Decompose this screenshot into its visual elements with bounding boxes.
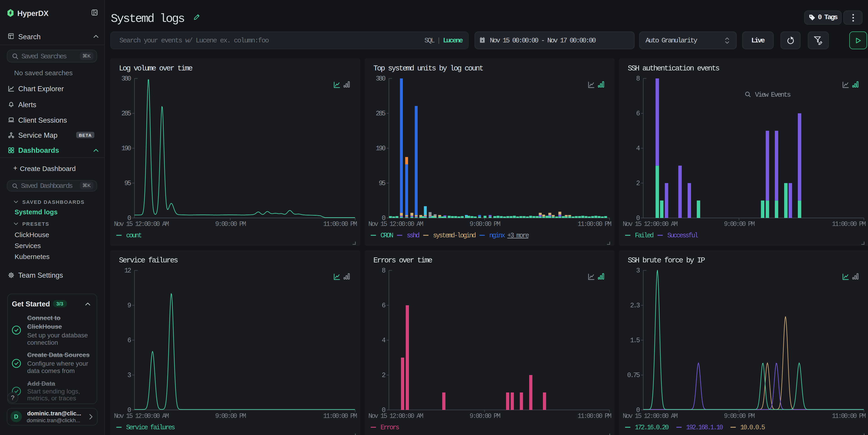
svg-text:192.168.1.10: 192.168.1.10	[686, 424, 723, 431]
svg-text:285: 285	[121, 110, 131, 117]
svg-text:Errors: Errors	[380, 424, 399, 431]
svg-text:1.5: 1.5	[630, 337, 640, 344]
svg-text:Nov 15 12:00:00 AM: Nov 15 12:00:00 AM	[114, 220, 169, 228]
svg-text:sshd: sshd	[407, 232, 419, 239]
svg-text:11:00:00 PM: 11:00:00 PM	[832, 412, 866, 420]
svg-text:Nov 15 12:00:00 AM: Nov 15 12:00:00 AM	[368, 220, 423, 228]
svg-text:9:00:00 PM: 9:00:00 PM	[470, 220, 500, 228]
svg-text:Nov 15 12:00:00 AM: Nov 15 12:00:00 AM	[114, 412, 169, 420]
svg-text:11:00:00 PM: 11:00:00 PM	[578, 220, 611, 228]
svg-text:8: 8	[382, 267, 385, 274]
svg-text:nginx: nginx	[489, 232, 505, 239]
svg-text:12: 12	[124, 267, 131, 274]
svg-text:9:00:00 PM: 9:00:00 PM	[724, 220, 755, 228]
svg-text:380: 380	[376, 75, 385, 83]
svg-text:6: 6	[636, 110, 640, 117]
svg-text:Nov 15 12:00:00 AM: Nov 15 12:00:00 AM	[623, 412, 677, 420]
svg-text:3: 3	[127, 371, 131, 379]
svg-text:6: 6	[127, 337, 131, 344]
svg-text:count: count	[126, 232, 142, 239]
svg-text:95: 95	[379, 180, 385, 187]
svg-text:11:00:00 PM: 11:00:00 PM	[832, 220, 866, 228]
svg-text:CRON: CRON	[380, 232, 393, 239]
svg-text:11:00:00 PM: 11:00:00 PM	[578, 412, 611, 420]
svg-text:9:00:00 PM: 9:00:00 PM	[470, 412, 500, 420]
svg-text:9: 9	[127, 302, 131, 309]
svg-text:0.75: 0.75	[627, 371, 640, 379]
svg-text:190: 190	[121, 145, 131, 152]
svg-text:4: 4	[382, 337, 385, 344]
svg-text:4: 4	[636, 145, 640, 152]
svg-text:9:00:00 PM: 9:00:00 PM	[724, 412, 755, 420]
svg-text:SSH authentication events: SSH authentication events	[628, 64, 719, 73]
svg-text:Nov 15 12:00:00 AM: Nov 15 12:00:00 AM	[623, 220, 677, 228]
svg-text:2: 2	[382, 371, 385, 379]
svg-text:2: 2	[636, 180, 640, 187]
svg-text:9:00:00 PM: 9:00:00 PM	[215, 412, 246, 420]
svg-text:285: 285	[376, 110, 385, 117]
svg-text:Service failures: Service failures	[119, 256, 178, 265]
svg-text:11:00:00 PM: 11:00:00 PM	[323, 220, 357, 228]
svg-text:Log volume over time: Log volume over time	[119, 64, 192, 73]
svg-text:172.16.0.20: 172.16.0.20	[635, 424, 669, 431]
svg-text:2.3: 2.3	[630, 302, 640, 309]
svg-text:6: 6	[382, 302, 385, 309]
svg-text:View Events: View Events	[755, 91, 790, 99]
svg-text:Errors over time: Errors over time	[373, 256, 432, 265]
svg-text:+3 more: +3 more	[507, 232, 529, 239]
svg-text:Top systemd units by log count: Top systemd units by log count	[373, 64, 483, 73]
svg-text:Service failures: Service failures	[126, 424, 175, 431]
svg-text:11:00:00 PM: 11:00:00 PM	[323, 412, 357, 420]
svg-text:9:00:00 PM: 9:00:00 PM	[215, 220, 246, 228]
svg-text:SSH brute force by IP: SSH brute force by IP	[628, 256, 705, 265]
svg-text:Failed: Failed	[635, 232, 653, 239]
svg-text:Nov 15 12:00:00 AM: Nov 15 12:00:00 AM	[368, 412, 423, 420]
svg-text:Successful: Successful	[667, 232, 698, 239]
svg-text:190: 190	[376, 145, 385, 152]
svg-text:10.0.0.5: 10.0.0.5	[740, 424, 765, 431]
svg-text:systemd-logind: systemd-logind	[433, 232, 476, 239]
svg-text:3: 3	[636, 267, 640, 274]
svg-text:95: 95	[124, 180, 131, 187]
svg-text:8: 8	[636, 75, 640, 83]
svg-text:380: 380	[121, 75, 131, 83]
